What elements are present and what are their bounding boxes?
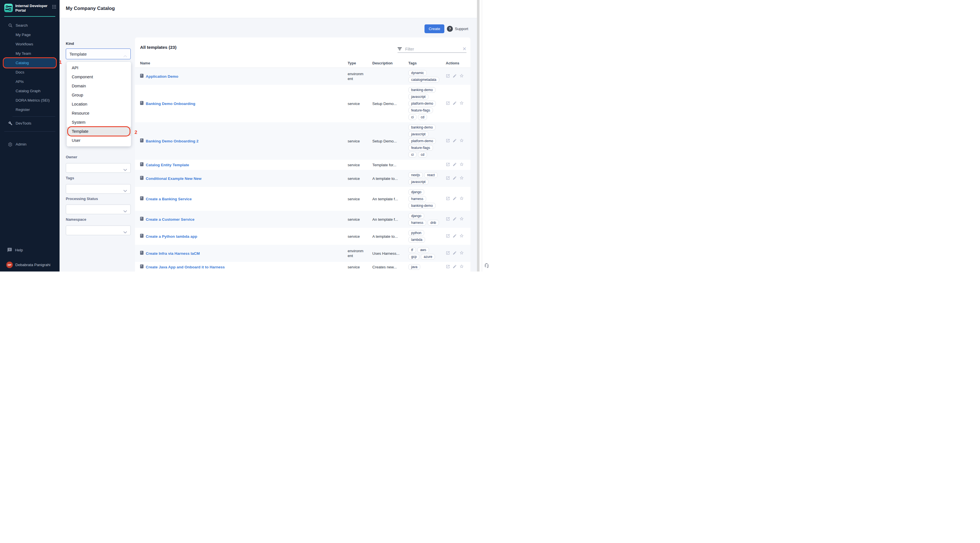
tag-chip[interactable]: dynamic [408,70,427,76]
tag-chip[interactable]: javascript [408,94,428,100]
scrollbar-track[interactable] [477,0,479,272]
tag-chip[interactable]: django [408,213,424,219]
column-header-actions[interactable]: Actions [446,61,468,65]
star-icon[interactable] [460,138,464,144]
tag-chip[interactable]: java [408,264,420,270]
tag-chip[interactable]: platform-demo [408,138,436,144]
entity-link[interactable]: Conditional Example New New [146,177,202,181]
sidebar-item-catalog[interactable]: Catalog1 [4,58,56,67]
edit-icon[interactable] [453,139,457,144]
namespace-filter-select[interactable] [66,226,131,235]
tag-chip[interactable]: lambda [408,237,425,242]
kind-option-location[interactable]: Location [67,100,131,109]
edit-icon[interactable] [453,251,457,256]
column-header-description[interactable]: Description [372,61,408,65]
open-in-new-icon[interactable] [446,251,450,256]
edit-icon[interactable] [453,264,457,270]
tag-chip[interactable]: ci [408,152,417,158]
tag-chip[interactable]: react [424,172,438,178]
kind-option-group[interactable]: Group [67,91,131,100]
sidebar-item-help[interactable]: ? Help [0,245,60,255]
open-in-new-icon[interactable] [446,101,450,107]
open-in-new-icon[interactable] [446,162,450,168]
entity-link[interactable]: Application Demo [146,74,178,79]
sidebar-item-search[interactable]: Search [0,21,60,30]
tag-chip[interactable]: cd [418,114,427,120]
entity-link[interactable]: Create a Customer Service [146,217,194,221]
column-header-type[interactable]: Type [348,61,372,65]
tag-chip[interactable]: ci [408,114,417,120]
column-header-tags[interactable]: Tags [408,61,446,65]
sidebar-item-register[interactable]: Register [0,105,60,114]
edit-icon[interactable] [453,74,457,79]
user-menu[interactable]: DP Debabrata Panigrahi [6,261,60,268]
tag-chip[interactable]: banking-demo [408,203,436,209]
headset-support-icon[interactable] [484,263,490,269]
star-icon[interactable] [460,196,464,202]
processing-status-filter-select[interactable] [66,205,131,214]
column-header-name[interactable]: Name [140,61,348,65]
create-button[interactable]: Create [425,24,444,33]
tag-chip[interactable]: javascript [408,131,428,137]
edit-icon[interactable] [453,196,457,202]
tag-chip[interactable]: feature-flags [408,145,433,151]
tag-chip[interactable]: cd [418,152,427,158]
star-icon[interactable] [460,217,464,222]
tag-chip[interactable]: javascript [408,179,428,185]
kind-option-resource[interactable]: Resource [67,109,131,118]
entity-link[interactable]: Banking Demo Onboarding [146,102,196,106]
entity-link[interactable]: Create Infra via Harness IaCM [146,252,200,256]
edit-icon[interactable] [453,162,457,168]
star-icon[interactable] [460,101,464,107]
star-icon[interactable] [460,264,464,270]
kind-filter-input[interactable]: Template [66,48,131,59]
entity-link[interactable]: Create a Python lambda app [146,234,197,239]
tag-chip[interactable]: feature-flags [408,108,433,113]
sidebar-item-workflows[interactable]: Workflows [0,40,60,49]
kind-option-api[interactable]: API [67,63,131,72]
edit-icon[interactable] [453,217,457,222]
tag-chip[interactable]: harness [408,220,426,226]
entity-link[interactable]: Banking Demo Onboarding 2 [146,139,199,143]
entity-link[interactable]: Catalog Entity Template [146,163,189,167]
tag-chip[interactable]: tf [408,247,416,253]
star-icon[interactable] [460,250,464,256]
tag-chip[interactable]: catalogmetadata [408,77,439,83]
grid-dots-icon[interactable] [52,5,56,9]
entity-link[interactable]: Create Java App and Onboard it to Harnes… [146,265,225,269]
open-in-new-icon[interactable] [446,264,450,270]
sidebar-item-catalog-graph[interactable]: Catalog Graph [0,86,60,96]
tag-chip[interactable]: banking-demo [408,124,436,130]
sidebar-item-admin[interactable]: Admin [0,140,60,149]
tag-chip[interactable]: django [408,189,424,195]
open-in-new-icon[interactable] [446,176,450,181]
kind-option-system[interactable]: System [67,118,131,127]
sidebar-item-docs[interactable]: Docs [0,67,60,77]
open-in-new-icon[interactable] [446,74,450,79]
edit-icon[interactable] [453,176,457,181]
edit-icon[interactable] [453,101,457,107]
entity-link[interactable]: Create a Banking Service [146,197,192,201]
sidebar-item-my-team[interactable]: My Team [0,49,60,58]
kind-option-template[interactable]: Template2 [67,127,131,136]
star-icon[interactable] [460,73,464,79]
star-icon[interactable] [460,176,464,181]
tag-chip[interactable]: banking-demo [408,87,436,93]
tag-chip[interactable]: harness [408,196,426,202]
tag-chip[interactable]: platform-demo [408,101,436,107]
tag-chip[interactable]: nextjs [408,172,423,178]
star-icon[interactable] [460,234,464,239]
kind-option-user[interactable]: User [67,136,131,145]
edit-icon[interactable] [453,234,457,239]
owner-filter-select[interactable] [66,163,131,173]
tag-chip[interactable]: gcp [408,254,419,260]
sidebar-item-devtools[interactable]: DevTools [0,119,60,128]
tag-chip[interactable]: aws [417,247,429,253]
tag-chip[interactable]: azure [421,254,435,260]
sidebar-item-my-page[interactable]: My Page [0,30,60,40]
kind-option-component[interactable]: Component [67,72,131,81]
close-icon[interactable]: ✕ [463,46,466,52]
sidebar-item-apis[interactable]: APIs [0,77,60,86]
open-in-new-icon[interactable] [446,217,450,222]
support-button[interactable]: ? Support [447,26,468,32]
